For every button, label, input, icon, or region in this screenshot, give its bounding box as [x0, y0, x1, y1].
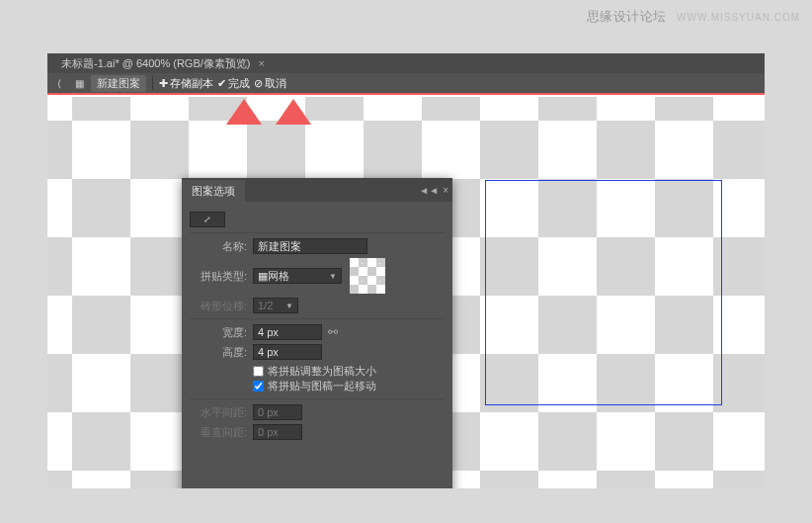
panel-tab[interactable]: 图案选项: [182, 180, 245, 203]
document-tab-bar: 未标题-1.ai* @ 6400% (RGB/像素预览) ×: [47, 53, 765, 73]
move-with-artwork-checkbox[interactable]: 将拼贴与图稿一起移动: [253, 379, 445, 393]
offset-label: 砖形位移:: [190, 299, 247, 313]
plus-icon: ✚: [159, 77, 168, 90]
tile-options-icon[interactable]: ▦: [71, 75, 87, 91]
cancel-icon: ⊘: [254, 77, 263, 90]
close-tab-icon[interactable]: ×: [259, 57, 265, 69]
check-icon: ✔: [217, 77, 226, 90]
divider: [190, 232, 445, 233]
brick-offset-select: 1/2 ▼: [253, 298, 298, 313]
pattern-preview: [350, 258, 385, 294]
document-tab[interactable]: 未标题-1.ai* @ 6400% (RGB/像素预览): [53, 54, 259, 73]
watermark-sub: WWW.MISSYUAN.COM: [677, 12, 800, 23]
pattern-name-input[interactable]: [253, 238, 367, 254]
tiletype-select[interactable]: ▦ 网格 ▼: [253, 268, 342, 284]
divider: [190, 398, 445, 399]
watermark: 思缘设计论坛 WWW.MISSYUAN.COM: [587, 8, 800, 26]
app-window: 未标题-1.ai* @ 6400% (RGB/像素预览) × ⟨ ▦ 新建图案 …: [47, 53, 765, 488]
panel-header[interactable]: 图案选项 ◄◄ ×: [182, 178, 452, 202]
grid-icon: ▦: [258, 270, 268, 283]
done-button[interactable]: ✔ 完成: [217, 76, 250, 91]
vspacing-input: [253, 424, 302, 440]
height-label: 高度:: [190, 345, 247, 360]
new-pattern-button[interactable]: 新建图案: [91, 75, 146, 92]
save-copy-button[interactable]: ✚ 存储副本: [159, 76, 213, 91]
divider: [190, 318, 445, 319]
red-triangle-marker: [226, 99, 262, 125]
tile-edge-icon[interactable]: ⤢: [190, 212, 225, 227]
link-icon[interactable]: ⚯: [328, 325, 338, 339]
tiletype-label: 拼贴类型:: [190, 269, 247, 284]
pattern-options-panel: 图案选项 ◄◄ × ⤢ 名称: 拼贴类型: ▦ 网格 ▼: [182, 178, 452, 488]
height-input[interactable]: [253, 344, 322, 360]
hspacing-input: [253, 404, 302, 420]
back-icon[interactable]: ⟨: [51, 75, 67, 91]
name-label: 名称:: [190, 239, 247, 254]
panel-body: ⤢ 名称: 拼贴类型: ▦ 网格 ▼ 砖形位移: 1/2 ▼: [182, 202, 452, 450]
cancel-button[interactable]: ⊘ 取消: [254, 76, 286, 91]
collapse-icon[interactable]: ◄◄: [419, 185, 439, 196]
vspacing-label: 垂直间距:: [190, 425, 247, 440]
separator: [152, 76, 153, 90]
checkbox[interactable]: [253, 381, 264, 392]
chevron-down-icon: ▼: [329, 272, 337, 281]
chevron-down-icon: ▼: [285, 302, 293, 310]
watermark-main: 思缘设计论坛: [587, 9, 667, 24]
pattern-edit-toolbar: ⟨ ▦ 新建图案 ✚ 存储副本 ✔ 完成 ⊘ 取消: [47, 73, 765, 95]
checkbox[interactable]: [253, 366, 264, 377]
width-input[interactable]: [253, 324, 322, 340]
size-to-artwork-checkbox[interactable]: 将拼贴调整为图稿大小: [253, 364, 445, 379]
red-triangle-marker: [276, 99, 311, 125]
hspacing-label: 水平间距:: [190, 405, 247, 420]
width-label: 宽度:: [190, 325, 247, 340]
pattern-tile-bounds[interactable]: [485, 180, 722, 405]
close-panel-icon[interactable]: ×: [443, 185, 448, 196]
